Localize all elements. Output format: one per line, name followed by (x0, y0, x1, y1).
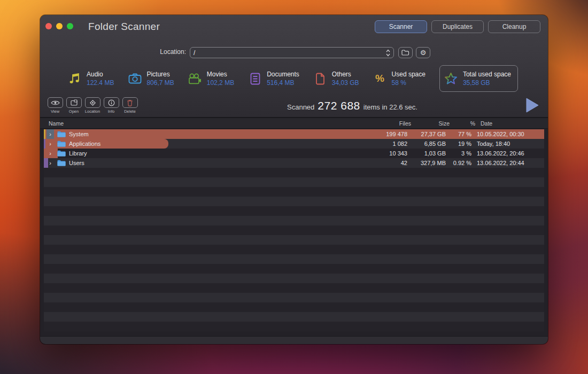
location-row: Location: / ⚙ (40, 45, 548, 60)
stat-pictures: Pictures 806,7 MB (128, 65, 174, 92)
folder-icon (57, 141, 66, 147)
choose-folder-button[interactable] (398, 47, 413, 58)
info-icon (108, 99, 115, 106)
open-window-icon (71, 99, 78, 106)
tab-cleanup[interactable]: Cleanup (488, 20, 540, 33)
trash-icon (127, 99, 133, 106)
empty-row (44, 274, 544, 283)
stat-label: Total used space (463, 71, 511, 78)
document-blank-icon (313, 73, 327, 85)
empty-row (44, 216, 544, 225)
empty-row (44, 187, 544, 197)
stat-value: 806,7 MB (146, 79, 174, 87)
tab-duplicates[interactable]: Duplicates (431, 20, 484, 33)
scan-count: 272 688 (318, 99, 360, 112)
delete-button[interactable] (122, 97, 138, 108)
row-percent: 0.92 % (446, 160, 471, 166)
scan-status-prefix: Scanned (287, 103, 314, 111)
row-files: 199 478 (360, 131, 407, 137)
disclosure-chevron-icon[interactable]: › (47, 149, 54, 158)
location-combobox[interactable]: / (190, 47, 394, 58)
play-icon (525, 97, 539, 113)
location-label: Location: (160, 48, 186, 56)
column-header-files[interactable]: Files (364, 120, 411, 127)
row-size: 327,9 MB (407, 160, 446, 166)
empty-row (44, 254, 544, 264)
table-row-users[interactable]: › Users 42 327,9 MB 0.92 % 13.06.2022, 2… (44, 158, 544, 168)
stat-value: 102,2 MB (207, 79, 234, 87)
disclosure-chevron-icon[interactable]: › (47, 158, 54, 168)
row-color-tag (44, 129, 45, 139)
column-header-percent[interactable]: % (450, 120, 475, 127)
stat-value: 122.4 MB (87, 79, 114, 87)
gear-icon: ⚙ (420, 49, 427, 57)
folder-icon (401, 50, 409, 56)
settings-button[interactable]: ⚙ (416, 47, 430, 58)
toolbar-row: View Open Location (40, 95, 548, 118)
table-row-system[interactable]: › System 199 478 27,37 GB 77 % 10.05.202… (44, 129, 544, 139)
stat-value: 35,58 GB (463, 79, 511, 87)
row-files: 42 (360, 160, 407, 166)
open-button-label: Open (69, 109, 79, 114)
disclosure-chevron-icon[interactable]: › (47, 139, 54, 149)
row-name: Library (69, 150, 87, 157)
row-files: 1 082 (360, 141, 407, 147)
mode-tabs: Scanner Duplicates Cleanup (375, 20, 540, 33)
table-body: › System 199 478 27,37 GB 77 % 10.05.202… (44, 129, 544, 331)
tab-scanner[interactable]: Scanner (375, 20, 427, 33)
column-header-size[interactable]: Size (411, 120, 450, 127)
empty-row (44, 168, 544, 177)
column-header-name[interactable]: Name (40, 120, 364, 127)
row-date: 13.06.2022, 20:46 (471, 150, 544, 157)
delete-button-label: Delete (124, 109, 136, 114)
start-scan-button[interactable] (524, 97, 540, 113)
stat-used-space: % Used space 58 % (373, 65, 425, 92)
traffic-lights (45, 23, 73, 29)
location-button[interactable] (85, 97, 100, 108)
stat-documents: Documents 516,4 MB (248, 65, 299, 92)
stat-label: Movies (207, 71, 234, 78)
location-value: / (194, 49, 195, 57)
empty-row (44, 197, 544, 206)
stat-total-used-space: Total used space 35,58 GB (439, 65, 518, 92)
stat-audio: Audio 122.4 MB (68, 65, 114, 92)
toolbar-buttons: View Open Location (47, 97, 138, 114)
empty-row (44, 312, 544, 322)
view-button[interactable] (48, 97, 63, 108)
stat-value: 34,03 GB (332, 79, 359, 87)
row-name: Applications (69, 141, 100, 147)
music-notes-icon (68, 72, 82, 85)
stat-label: Others (332, 71, 359, 78)
empty-row (44, 264, 544, 274)
camera-icon (128, 73, 142, 84)
star-multicolor-icon (444, 72, 458, 85)
zoom-button[interactable] (67, 23, 73, 29)
close-button[interactable] (45, 23, 52, 29)
row-size: 27,37 GB (407, 131, 446, 137)
info-button[interactable] (104, 97, 119, 108)
minimize-button[interactable] (56, 23, 63, 29)
stat-label: Pictures (146, 71, 174, 78)
open-button[interactable] (66, 97, 82, 108)
empty-row (44, 283, 544, 293)
window-footer (40, 336, 548, 344)
stat-movies: Movies 102,2 MB (188, 65, 234, 92)
empty-row (44, 322, 544, 331)
table-header: Name Files Size % Date (40, 118, 548, 129)
stat-label: Audio (87, 71, 114, 78)
row-date: 10.05.2022, 00:30 (471, 131, 544, 137)
disclosure-chevron-icon[interactable]: › (47, 129, 54, 139)
app-window: Folder Scanner Scanner Duplicates Cleanu… (40, 15, 548, 344)
column-header-date[interactable]: Date (475, 120, 548, 127)
empty-row (44, 293, 544, 302)
empty-row (44, 302, 544, 312)
row-date: 13.06.2022, 20:44 (471, 160, 544, 166)
row-date: Today, 18:40 (471, 141, 544, 147)
table-row-applications[interactable]: › Applications 1 082 6,85 GB 19 % Today,… (44, 139, 544, 149)
empty-row (44, 177, 544, 187)
folder-icon (57, 131, 66, 137)
table-row-library[interactable]: › Library 10 343 1,03 GB 3 % 13.06.2022,… (44, 149, 544, 158)
row-color-tag (44, 139, 45, 149)
row-size: 6,85 GB (407, 141, 446, 147)
chevron-up-down-icon[interactable] (386, 49, 390, 57)
